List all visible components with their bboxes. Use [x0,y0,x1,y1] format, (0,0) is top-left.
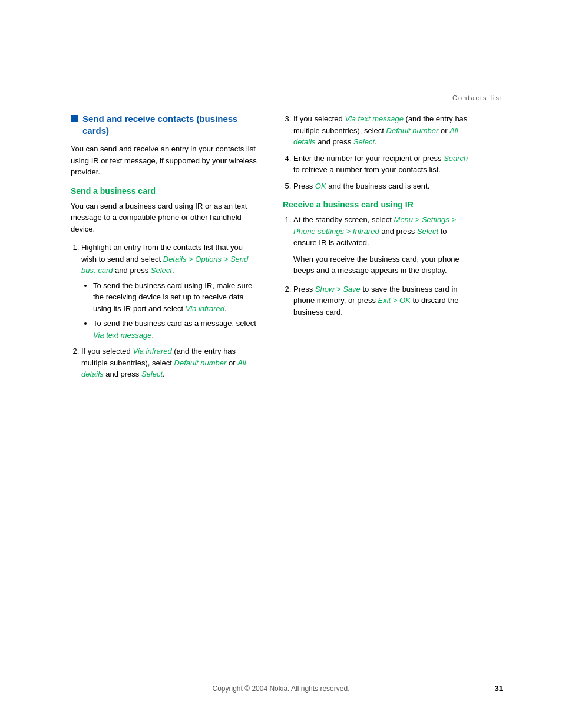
receive-step-2-italic2: Exit > OK [378,296,411,305]
send-step-2-or: or [226,358,237,367]
step-3-press: and press [316,137,353,146]
receive-step-1-italic2: Select [417,227,438,236]
page: Contacts list Send and receive contacts … [0,0,562,728]
receive-step-2-italic1: Show > Save [315,285,361,294]
continued-steps-list: If you selected Via text message (and th… [283,113,471,192]
step-3: If you selected Via text message (and th… [293,113,471,148]
page-header: Contacts list [0,0,562,107]
send-bullet-2-text-after: . [151,331,154,340]
content-area: Send and receive contacts (business card… [0,107,562,410]
receive-step-2-text-before: Press [293,285,315,294]
send-step-2-text-before: If you selected [81,347,133,355]
step-4-text-after: to retrieve a number from your contacts … [293,165,441,174]
step-3-italic2: Default number [386,126,439,135]
send-bullet-1-italic: Via infrared [186,304,224,313]
send-bullet-2-text-before: To send the business card as a message, … [93,319,256,328]
header-label: Contacts list [452,94,503,101]
receive-step-1: At the standby screen, select Menu > Set… [293,214,471,276]
step-5: Press OK and the business card is sent. [293,180,471,192]
footer-copyright: Copyright © 2004 Nokia. All rights reser… [213,684,350,693]
send-intro-text: You can send a business card using IR or… [71,200,259,235]
main-section-title-text: Send and receive contacts (business card… [82,113,259,136]
step-5-text-before: Press [293,182,315,190]
footer-page-number: 31 [495,684,503,693]
send-step-2-italic2: Default number [174,358,227,367]
step-3-text-before: If you selected [293,114,345,123]
receive-step-1-note: When you receive the business card, your… [293,253,471,276]
send-step-2: If you selected Via infrared (and the en… [81,345,259,380]
send-step-1-bullets: To send the business card using IR, make… [81,280,259,341]
footer: Copyright © 2004 Nokia. All rights reser… [0,684,562,693]
step-5-text-after: and the business card is sent. [326,182,430,190]
send-step-2-italic1: Via infrared [133,347,171,355]
send-bullet-2-italic: Via text message [93,331,151,340]
send-step-1-select: Select [151,266,172,275]
main-section-title: Send and receive contacts (business card… [71,113,259,136]
step-3-select: Select [353,137,375,146]
send-step-2-press: and press [104,370,141,378]
step-4-italic: Search [444,154,468,163]
send-step-2-select: Select [141,370,163,378]
right-column: If you selected Via text message (and th… [283,113,471,386]
step-5-italic: OK [315,182,326,190]
send-bullet-1: To send the business card using IR, make… [93,280,259,315]
send-step-1-text-after: and press [113,266,150,275]
blue-square-icon [71,115,78,122]
step-4: Enter the number for your recipient or p… [293,153,471,176]
step-3-end: . [375,137,377,146]
send-step-1-end: . [172,266,174,275]
send-steps-list: Highlight an entry from the contacts lis… [71,242,259,380]
send-bullet-1-text-after: . [224,304,227,313]
left-column: Send and receive contacts (business card… [71,113,259,386]
receive-step-1-text-after: and press [379,227,417,236]
receive-subsection-title: Receive a business card using IR [283,200,471,209]
receive-steps-list: At the standby screen, select Menu > Set… [283,214,471,318]
send-step-2-end: . [163,370,165,378]
send-bullet-1-text-before: To send the business card using IR, make… [93,281,252,313]
step-4-text-before: Enter the number for your recipient or p… [293,154,444,163]
send-subsection-title: Send a business card [71,186,259,196]
send-step-1: Highlight an entry from the contacts lis… [81,242,259,341]
step-3-or: or [438,126,449,135]
step-3-italic1: Via text message [345,114,403,123]
receive-step-1-text-before: At the standby screen, select [293,215,394,224]
intro-text: You can send and receive an entry in you… [71,143,259,178]
receive-step-2: Press Show > Save to save the business c… [293,284,471,318]
send-bullet-2: To send the business card as a message, … [93,318,259,341]
